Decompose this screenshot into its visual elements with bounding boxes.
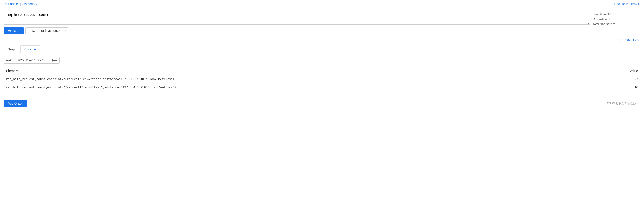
back-to-new-link[interactable]: Back to the new U — [614, 2, 640, 6]
load-time-stat: Load time: 24ms — [593, 12, 638, 17]
execute-button[interactable]: Execute — [4, 27, 24, 34]
query-area-wrapper: req_http_request_count Execute - insert … — [4, 11, 590, 34]
add-graph-button[interactable]: Add Graph — [4, 100, 28, 107]
resolution-stat: Resolution: 1s — [593, 17, 638, 22]
tab-graph[interactable]: Graph — [4, 45, 20, 53]
table-row: req_http_request_count{endpoint="/reques… — [4, 83, 640, 91]
value-cell: 16 — [596, 83, 640, 91]
insert-metric-select[interactable]: - insert metric at cursor - — [26, 27, 68, 34]
main-content: req_http_request_count Execute - insert … — [0, 8, 644, 37]
tab-console[interactable]: Console — [20, 45, 40, 53]
back-to-new-label: Back to the new U — [614, 2, 640, 6]
table-row: req_http_request_count{endpoint="/reques… — [4, 75, 640, 83]
enable-query-history-link[interactable]: ☑ Enable query history — [4, 2, 37, 6]
total-time-series-stat: Total time series: — [593, 22, 638, 27]
time-nav: ◀◀ 2022-11-20 15:29:13 ▶▶ — [4, 57, 640, 64]
table-header: Element Value — [4, 67, 640, 75]
tabs: Graph Console — [4, 45, 640, 53]
element-cell: req_http_request_count{endpoint="/reques… — [4, 75, 596, 83]
footer-text: CSDN @不爱学习的王小小 — [607, 102, 640, 105]
element-column-header: Element — [4, 67, 596, 75]
query-section: req_http_request_count Execute - insert … — [4, 11, 640, 34]
value-cell: 22 — [596, 75, 640, 83]
results-table: Element Value req_http_request_count{end… — [4, 67, 640, 91]
time-back-button[interactable]: ◀◀ — [4, 57, 13, 64]
tabs-section: Graph Console — [0, 45, 644, 53]
element-cell: req_http_request_count{endpoint="/reques… — [4, 83, 596, 91]
remove-graph-link[interactable]: Remove Grap — [620, 38, 640, 42]
bottom-bar: Add Graph CSDN @不爱学习的王小小 — [0, 97, 644, 110]
table-body: req_http_request_count{endpoint="/reques… — [4, 75, 640, 91]
console-section: ◀◀ 2022-11-20 15:29:13 ▶▶ Element Value … — [0, 53, 644, 95]
toolbar: Execute - insert metric at cursor - — [4, 27, 590, 34]
value-column-header: Value — [596, 67, 640, 75]
time-forward-button[interactable]: ▶▶ — [50, 57, 60, 64]
query-textarea[interactable]: req_http_request_count — [4, 11, 590, 25]
insert-metric-wrapper: - insert metric at cursor - — [26, 27, 68, 34]
top-bar: ☑ Enable query history Back to the new U — [0, 0, 644, 8]
enable-query-history-label: Enable query history — [8, 2, 37, 6]
time-display: 2022-11-20 15:29:13 — [13, 57, 50, 64]
stats-panel: Load time: 24ms Resolution: 1s Total tim… — [590, 11, 640, 34]
remove-graph-section: Remove Grap — [0, 37, 644, 44]
checkmark-icon: ☑ — [4, 2, 7, 6]
